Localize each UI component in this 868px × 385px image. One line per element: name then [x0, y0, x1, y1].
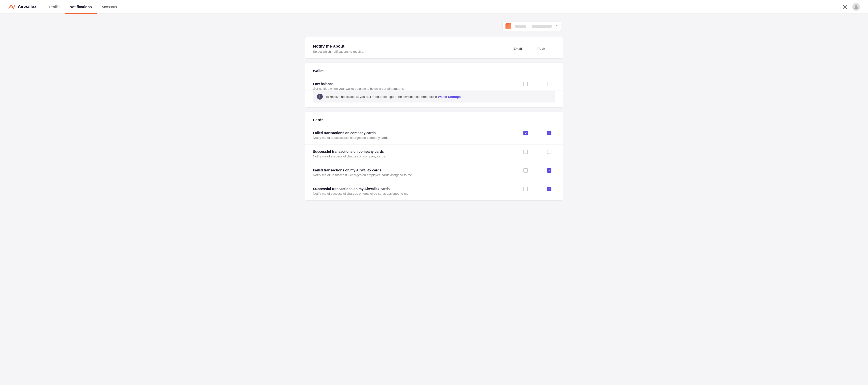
notify-title: Notify me about — [313, 44, 364, 49]
main-content: ⌃ Notify me about Select which notificat… — [299, 14, 569, 208]
successful-company-push-wrap — [543, 149, 555, 154]
header: Airwallex Profile Notifications Accounts — [0, 0, 868, 14]
table-row: Successful transactions on company cards… — [305, 145, 563, 163]
successful-my-cards-info: Successful transactions on my Airwallex … — [313, 187, 520, 196]
successful-company-info: Successful transactions on company cards… — [313, 149, 520, 158]
successful-my-cards-email-wrap — [520, 187, 531, 191]
tab-notifications[interactable]: Notifications — [65, 0, 97, 14]
wallet-section: Wallet Low balance Get notified when you… — [305, 63, 563, 108]
tab-accounts[interactable]: Accounts — [97, 0, 122, 14]
account-name-blurred — [515, 25, 526, 28]
airwallex-logo-icon — [8, 4, 16, 10]
failed-my-cards-name: Failed transactions on my Airwallex card… — [313, 168, 520, 172]
successful-company-desc: Notify me of successful charges on compa… — [313, 154, 520, 158]
failed-company-info: Failed transactions on company cards Not… — [313, 131, 520, 140]
info-banner-text: To receive notifications, you first need… — [326, 95, 461, 99]
low-balance-info: Low balance Get notified when your walle… — [313, 82, 520, 91]
info-banner-prefix: To receive notifications, you first need… — [326, 95, 438, 99]
logo-text: Airwallex — [18, 4, 36, 9]
successful-company-name: Successful transactions on company cards — [313, 149, 520, 153]
notify-header-row: Notify me about Select which notificatio… — [305, 37, 563, 58]
failed-my-cards-push-wrap — [543, 168, 555, 173]
failed-company-push-checkbox[interactable] — [547, 131, 551, 135]
account-dropdown[interactable]: ⌃ — [502, 22, 561, 31]
successful-my-cards-desc: Notify me of successful charges on emplo… — [313, 192, 520, 196]
table-row: Successful transactions on my Airwallex … — [305, 182, 563, 200]
notify-header-panel: Notify me about Select which notificatio… — [305, 37, 563, 59]
successful-company-checkboxes — [520, 149, 555, 154]
successful-my-cards-name: Successful transactions on my Airwallex … — [313, 187, 520, 191]
svg-point-0 — [855, 5, 857, 7]
failed-company-email-wrap — [520, 131, 531, 135]
low-balance-checkboxes — [520, 82, 555, 86]
info-icon: i — [317, 94, 323, 100]
close-button[interactable] — [841, 3, 848, 10]
failed-my-cards-checkboxes — [520, 168, 555, 173]
column-labels: Email Push — [512, 47, 555, 50]
close-icon — [843, 5, 847, 9]
failed-company-push-wrap — [543, 131, 555, 135]
notify-header-text: Notify me about Select which notificatio… — [313, 44, 364, 54]
low-balance-push-checkbox[interactable] — [547, 82, 551, 86]
account-selector-row: ⌃ — [305, 22, 563, 31]
successful-company-email-wrap — [520, 149, 531, 154]
avatar-icon — [854, 4, 859, 9]
user-avatar[interactable] — [852, 3, 860, 11]
successful-my-cards-email-checkbox[interactable] — [523, 187, 528, 191]
notify-subtitle: Select which notifications to receive. — [313, 50, 364, 54]
account-avatar — [505, 23, 512, 29]
low-balance-desc: Get notified when your wallet balance is… — [313, 87, 520, 91]
low-balance-info-banner: i To receive notifications, you first ne… — [313, 91, 555, 103]
failed-company-desc: Notify me of unsuccessful charges on com… — [313, 136, 520, 140]
failed-company-email-checkbox[interactable] — [523, 131, 528, 135]
failed-my-cards-email-checkbox[interactable] — [523, 168, 528, 173]
failed-my-cards-email-wrap — [520, 168, 531, 173]
tab-profile[interactable]: Profile — [44, 0, 65, 14]
failed-company-name: Failed transactions on company cards — [313, 131, 520, 135]
cards-section-title: Cards — [305, 112, 563, 126]
dropdown-chevron-icon: ⌃ — [556, 25, 558, 28]
low-balance-push-wrap — [543, 82, 555, 86]
failed-my-cards-push-checkbox[interactable] — [547, 168, 551, 173]
wallet-section-title: Wallet — [305, 63, 563, 77]
failed-company-checkboxes — [520, 131, 555, 135]
successful-my-cards-checkboxes — [520, 187, 555, 191]
low-balance-email-wrap — [520, 82, 531, 86]
info-icon-letter: i — [319, 95, 320, 98]
push-column-label: Push — [535, 47, 547, 50]
header-right — [841, 3, 860, 11]
wallet-settings-link[interactable]: Wallet Settings — [438, 95, 461, 99]
successful-company-push-checkbox[interactable] — [547, 149, 551, 154]
low-balance-email-checkbox[interactable] — [523, 82, 528, 86]
cards-section: Cards Failed transactions on company car… — [305, 112, 563, 201]
successful-my-cards-push-wrap — [543, 187, 555, 191]
successful-my-cards-push-checkbox[interactable] — [547, 187, 551, 191]
successful-company-email-checkbox[interactable] — [523, 149, 528, 154]
email-column-label: Email — [512, 47, 524, 50]
table-row: Failed transactions on company cards Not… — [305, 126, 563, 145]
table-row: Low balance Get notified when your walle… — [305, 77, 563, 91]
nav-tabs: Profile Notifications Accounts — [44, 0, 122, 13]
logo: Airwallex — [8, 4, 36, 10]
low-balance-name: Low balance — [313, 82, 520, 86]
failed-my-cards-desc: Notify me of unsuccessful charges on emp… — [313, 173, 520, 177]
failed-my-cards-info: Failed transactions on my Airwallex card… — [313, 168, 520, 177]
account-id-blurred — [532, 25, 552, 28]
table-row: Failed transactions on my Airwallex card… — [305, 163, 563, 182]
